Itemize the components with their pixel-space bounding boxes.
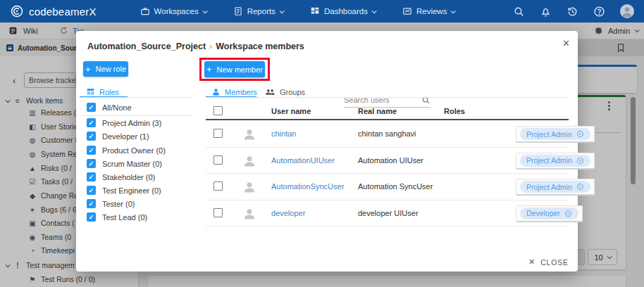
dialog-close-button[interactable]: ✕ CLOSE bbox=[528, 257, 569, 267]
help-icon[interactable] bbox=[593, 6, 605, 18]
role-chip-button[interactable]: Project Admin bbox=[516, 153, 595, 170]
members-panel-divider bbox=[206, 97, 569, 98]
plus-icon: + bbox=[85, 65, 91, 74]
roles-table-icon bbox=[86, 87, 95, 96]
role-chip-button[interactable]: Developer bbox=[516, 205, 583, 222]
real-name-text: Automation UIUser bbox=[358, 156, 423, 165]
role-checkbox-test-engineer[interactable]: ✓Test Engineer (0) bbox=[87, 186, 161, 195]
role-chip-label: Developer bbox=[526, 209, 560, 217]
real-name-text: chintan sanghavi bbox=[358, 129, 416, 138]
select-all-checkbox[interactable] bbox=[213, 106, 223, 115]
tab-roles-label: Roles bbox=[99, 88, 119, 96]
tab-groups-label: Groups bbox=[280, 88, 305, 96]
member-avatar-icon bbox=[242, 154, 256, 168]
checkbox-checked-icon[interactable]: ✓ bbox=[87, 146, 96, 155]
checkbox-checked-icon[interactable]: ✓ bbox=[87, 118, 96, 127]
menu-workspaces-label: Workspaces bbox=[154, 7, 199, 15]
role-checkbox-scrum-master[interactable]: ✓Scrum Master (0) bbox=[87, 159, 162, 168]
role-label: All/None bbox=[102, 103, 132, 112]
user-avatar[interactable] bbox=[620, 4, 634, 18]
member-row-automationuiuser: AutomationUIUser Automation UIUser Proje… bbox=[206, 148, 569, 174]
user-name-link[interactable]: developer bbox=[271, 209, 305, 217]
user-name-link[interactable]: chintan bbox=[271, 129, 296, 138]
workspace-members-dialog: Automation_Source_Project›Workspace memb… bbox=[76, 31, 578, 272]
remove-role-icon[interactable] bbox=[576, 183, 584, 191]
chevron-down-icon bbox=[372, 8, 377, 13]
search-users-field[interactable] bbox=[344, 93, 431, 108]
new-role-button[interactable]: +New role bbox=[83, 61, 128, 77]
role-label: Test Engineer (0) bbox=[102, 186, 161, 195]
checkbox-checked-icon[interactable]: ✓ bbox=[87, 186, 96, 195]
role-label: Tester (0) bbox=[102, 200, 135, 208]
role-chip-label: Project Admin bbox=[526, 130, 572, 139]
member-row-automationsyncuser: AutomationSyncUser Automation SyncUser P… bbox=[206, 174, 569, 200]
real-name-text: developer UIUser bbox=[358, 209, 419, 217]
checkbox-checked-icon[interactable]: ✓ bbox=[87, 172, 96, 181]
remove-role-icon[interactable] bbox=[576, 130, 584, 138]
top-navigation-bar: codebeamerX Workspaces Reports Dashboard… bbox=[0, 0, 644, 23]
user-name-link[interactable]: AutomationUIUser bbox=[271, 156, 335, 165]
notifications-bell-icon[interactable] bbox=[540, 6, 552, 18]
checkbox-checked-icon[interactable]: ✓ bbox=[87, 132, 96, 141]
workspaces-icon bbox=[140, 6, 150, 16]
checkbox-checked-icon[interactable]: ✓ bbox=[87, 212, 96, 222]
avatar-person-icon bbox=[620, 4, 634, 18]
remove-role-icon[interactable] bbox=[576, 157, 584, 165]
brand[interactable]: codebeamerX bbox=[10, 4, 97, 18]
checkbox-checked-icon[interactable]: ✓ bbox=[87, 159, 96, 168]
member-person-icon bbox=[211, 87, 221, 96]
chevron-down-icon bbox=[280, 8, 285, 13]
search-icon[interactable] bbox=[513, 6, 525, 18]
role-label: Test Lead (0) bbox=[102, 213, 147, 222]
role-chip-button[interactable]: Project Admin bbox=[516, 126, 595, 143]
role-checkbox-project-admin[interactable]: ✓Project Admin (3) bbox=[87, 118, 161, 127]
dialog-close-icon[interactable]: ✕ bbox=[562, 38, 570, 49]
tab-groups[interactable]: Groups bbox=[265, 87, 305, 96]
chevron-down-icon bbox=[451, 8, 456, 13]
breadcrumb-project[interactable]: Automation_Source_Project bbox=[87, 42, 206, 51]
user-name-link[interactable]: AutomationSyncUser bbox=[271, 182, 344, 191]
menu-dashboards[interactable]: Dashboards bbox=[310, 6, 376, 16]
reviews-icon bbox=[402, 6, 412, 16]
row-checkbox[interactable] bbox=[213, 155, 223, 165]
role-checkbox-all-none[interactable]: ✓All/None bbox=[87, 103, 132, 112]
history-icon[interactable] bbox=[566, 6, 578, 18]
column-header-user-name: User name bbox=[271, 107, 311, 115]
dialog-breadcrumb: Automation_Source_Project›Workspace memb… bbox=[87, 39, 304, 52]
row-checkbox[interactable] bbox=[213, 181, 223, 191]
menu-workspaces[interactable]: Workspaces bbox=[140, 6, 206, 16]
tab-members[interactable]: Members bbox=[211, 87, 257, 96]
tab-members-label: Members bbox=[225, 88, 257, 96]
close-x-icon: ✕ bbox=[528, 257, 535, 267]
role-checkbox-stakeholder[interactable]: ✓Stakeholder (0) bbox=[87, 172, 155, 181]
menu-dashboards-label: Dashboards bbox=[324, 7, 368, 15]
row-checkbox[interactable] bbox=[213, 129, 223, 138]
role-checkbox-tester[interactable]: ✓Tester (0) bbox=[87, 199, 135, 208]
reports-icon bbox=[233, 6, 243, 16]
roles-panel-divider bbox=[80, 97, 191, 98]
breadcrumb-separator-icon: › bbox=[206, 42, 216, 51]
remove-role-icon[interactable] bbox=[564, 210, 572, 217]
menu-reviews[interactable]: Reviews bbox=[402, 6, 454, 16]
tab-roles[interactable]: Roles bbox=[86, 87, 119, 96]
menu-reports[interactable]: Reports bbox=[233, 6, 283, 16]
table-header-border bbox=[206, 119, 569, 120]
checkbox-checked-icon[interactable]: ✓ bbox=[87, 199, 96, 208]
role-checkbox-developer[interactable]: ✓Developer (1) bbox=[87, 132, 149, 141]
new-role-label: New role bbox=[96, 65, 126, 73]
role-label: Developer (1) bbox=[102, 132, 149, 141]
brand-name: codebeamerX bbox=[29, 6, 97, 18]
role-label: Scrum Master (0) bbox=[102, 160, 162, 168]
row-checkbox[interactable] bbox=[213, 208, 223, 217]
role-label: Stakeholder (0) bbox=[102, 173, 155, 181]
role-label: Project Admin (3) bbox=[102, 119, 161, 127]
role-checkbox-product-owner[interactable]: ✓Product Owner (0) bbox=[87, 146, 166, 155]
column-header-real-name: Real name bbox=[358, 107, 397, 115]
groups-people-icon bbox=[265, 87, 275, 96]
codebeamer-logo-icon bbox=[10, 4, 24, 18]
dialog-title: Workspace members bbox=[216, 42, 304, 51]
role-checkbox-test-lead[interactable]: ✓Test Lead (0) bbox=[87, 212, 147, 222]
member-row-developer: developer developer UIUser Developer bbox=[206, 200, 569, 227]
role-chip-button[interactable]: Project Admin bbox=[516, 179, 595, 196]
checkbox-checked-icon[interactable]: ✓ bbox=[87, 103, 96, 112]
